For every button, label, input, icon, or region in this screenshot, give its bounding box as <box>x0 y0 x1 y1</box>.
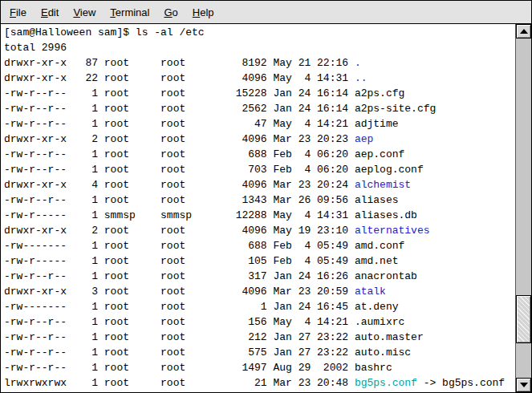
file-name-file: bashrc <box>355 362 392 374</box>
terminal-file-entry: -rw------- 1 root root 688 Feb 4 05:49 a… <box>4 238 515 253</box>
terminal-file-entry: drwxr-xr-x 87 root root 8192 May 21 22:1… <box>4 55 515 71</box>
file-entry-details: -rw-r--r-- 1 root root 156 May 4 14:21 <box>4 316 355 328</box>
file-name-file: at.deny <box>355 301 399 313</box>
file-entry-details: drwxr-xr-x 4 root root 4096 Mar 23 20:24 <box>4 179 355 191</box>
terminal-prompt-line: [sam@Halloween sam]$ ls -al /etc <box>4 25 515 40</box>
file-entry-details: -rw-r--r-- 1 root root 317 Jan 24 16:26 <box>4 270 355 282</box>
file-entry-details: -rw-r--r-- 1 root root 1343 Mar 26 09:56 <box>4 194 355 206</box>
terminal-screen[interactable]: [sam@Halloween sam]$ ls -al /etctotal 29… <box>1 24 515 392</box>
terminal-file-entry: drwxr-xr-x 2 root root 4096 Mar 23 20:23… <box>4 132 515 147</box>
terminal-file-entry: -rw-r--r-- 1 root root 47 May 4 14:21 ad… <box>4 116 515 132</box>
file-name-file: aeplog.conf <box>355 164 424 176</box>
menu-item-help[interactable]: Help <box>185 2 221 22</box>
file-entry-details: -rw-r--r-- 1 root root 47 May 4 14:21 <box>4 118 355 130</box>
menu-item-file[interactable]: File <box>2 2 34 22</box>
file-name-file: anacrontab <box>355 270 417 282</box>
terminal-file-entry: -rw-r--r-- 1 root root 212 Jan 27 23:22 … <box>4 330 515 345</box>
file-entry-details: -rw-r----- 1 smmsp smmsp 12288 May 4 14:… <box>4 209 355 221</box>
file-entry-details: drwxr-xr-x 87 root root 8192 May 21 22:1… <box>4 57 355 69</box>
menu-item-view[interactable]: View <box>66 2 103 22</box>
file-entry-details: -rw------- 1 root root 1 Jan 24 16:45 <box>4 301 355 313</box>
scrollbar[interactable] <box>515 24 531 392</box>
terminal-file-entry: -rw-r--r-- 1 root root 15228 Jan 24 16:1… <box>4 86 515 101</box>
scroll-up-icon <box>520 29 528 34</box>
file-entry-details: -rw-r--r-- 1 root root 575 Jan 27 23:22 <box>4 346 355 359</box>
file-name-directory: . <box>355 57 361 69</box>
file-entry-details: -rw------- 1 root root 688 Feb 4 05:49 <box>4 240 355 252</box>
file-name-file: amd.net <box>355 255 399 267</box>
file-entry-details: -rw-r--r-- 1 root root 2562 Jan 24 16:14 <box>4 103 355 115</box>
terminal-file-entry: -rw------- 1 root root 1 Jan 24 16:45 at… <box>4 299 515 314</box>
terminal-file-entry: -rw-r--r-- 1 root root 1497 Aug 29 2002 … <box>4 360 515 375</box>
symlink-target: -> bg5ps.conf <box>417 377 505 389</box>
file-name-directory: atalk <box>355 286 386 298</box>
file-entry-details: drwxr-xr-x 2 root root 4096 May 19 23:10 <box>4 225 355 237</box>
file-name-file: auto.master <box>355 331 424 343</box>
file-entry-details: -rw-r--r-- 1 root root 15228 Jan 24 16:1… <box>4 87 355 99</box>
terminal-file-entry: drwxr-xr-x 4 root root 4096 Mar 23 20:24… <box>4 177 515 192</box>
terminal-file-entry: lrwxrwxrwx 1 root root 21 Mar 23 20:48 b… <box>4 375 515 391</box>
terminal-file-entry: -rw-r----- 1 root root 105 Feb 4 05:49 a… <box>4 253 515 269</box>
file-name-file: a2ps.cfg <box>355 87 404 99</box>
terminal-file-entry: -rw-r--r-- 1 root root 317 Jan 24 16:26 … <box>4 269 515 284</box>
file-entry-details: drwxr-xr-x 22 root root 4096 May 4 14:31 <box>4 72 355 84</box>
terminal-output-line: total 2996 <box>4 40 515 55</box>
scroll-down-icon <box>520 383 528 387</box>
scroll-down-button[interactable] <box>516 378 531 392</box>
file-name-file: adjtime <box>355 118 399 130</box>
menubar: FileEditViewTerminalGoHelp <box>1 1 531 24</box>
terminal-file-entry: -rw-r----- 1 smmsp smmsp 12288 May 4 14:… <box>4 208 515 223</box>
terminal-file-entry: drwxr-xr-x 22 root root 4096 May 4 14:31… <box>4 71 515 86</box>
file-name-file: auto.misc <box>355 346 411 359</box>
terminal-file-entry: drwxr-xr-x 3 root root 4096 Mar 23 20:59… <box>4 284 515 299</box>
file-entry-details: drwxr-xr-x 3 root root 4096 Mar 23 20:59 <box>4 286 355 298</box>
file-name-file: aliases <box>355 194 399 206</box>
terminal-file-entry: -rw-r--r-- 1 root root 156 May 4 14:21 .… <box>4 314 515 330</box>
terminal-file-entry: -rw-r--r-- 1 root root 575 Jan 27 23:22 … <box>4 345 515 360</box>
file-name-symlink: bg5ps.conf <box>355 377 417 389</box>
file-entry-details: -rw-r--r-- 1 root root 688 Feb 4 06:20 <box>4 148 355 160</box>
file-name-file: aliases.db <box>355 209 417 221</box>
menu-item-go[interactable]: Go <box>156 2 185 22</box>
terminal-file-entry: -rw-r--r-- 1 root root 703 Feb 4 06:20 a… <box>4 162 515 177</box>
terminal-content: [sam@Halloween sam]$ ls -al /etctotal 29… <box>1 24 531 392</box>
file-entry-details: -rw-r----- 1 root root 105 Feb 4 05:49 <box>4 255 355 267</box>
file-name-directory: alchemist <box>355 179 411 191</box>
file-name-file: aep.conf <box>355 148 404 160</box>
terminal-file-entry: -rw-r--r-- 1 root root 1343 Mar 26 09:56… <box>4 192 515 208</box>
terminal-file-entry: -rw-r--r-- 1 root root 688 Feb 4 06:20 a… <box>4 147 515 162</box>
menu-item-edit[interactable]: Edit <box>34 2 66 22</box>
scrollbar-thumb[interactable] <box>516 295 531 343</box>
file-entry-details: -rw-r--r-- 1 root root 703 Feb 4 06:20 <box>4 164 355 176</box>
scrollbar-trough[interactable] <box>516 38 531 378</box>
file-entry-details: -rw-r--r-- 1 root root 1497 Aug 29 2002 <box>4 362 355 374</box>
file-entry-details: lrwxrwxrwx 1 root root 21 Mar 23 20:48 <box>4 377 355 389</box>
terminal-window: FileEditViewTerminalGoHelp [sam@Hallowee… <box>0 0 532 393</box>
file-name-file: .aumixrc <box>355 316 404 328</box>
file-name-directory: .. <box>355 72 368 84</box>
menu-item-terminal[interactable]: Terminal <box>103 2 156 22</box>
file-entry-details: -rw-r--r-- 1 root root 212 Jan 27 23:22 <box>4 331 355 343</box>
file-entry-details: drwxr-xr-x 2 root root 4096 Mar 23 20:23 <box>4 133 355 145</box>
file-name-directory: aep <box>355 133 373 145</box>
file-name-file: amd.conf <box>355 240 404 252</box>
file-name-directory: alternatives <box>355 225 430 237</box>
scroll-up-button[interactable] <box>516 24 531 38</box>
terminal-file-entry: -rw-r--r-- 1 root root 2562 Jan 24 16:14… <box>4 101 515 116</box>
file-name-file: a2ps-site.cfg <box>355 103 436 115</box>
terminal-file-entry: drwxr-xr-x 2 root root 4096 May 19 23:10… <box>4 223 515 238</box>
